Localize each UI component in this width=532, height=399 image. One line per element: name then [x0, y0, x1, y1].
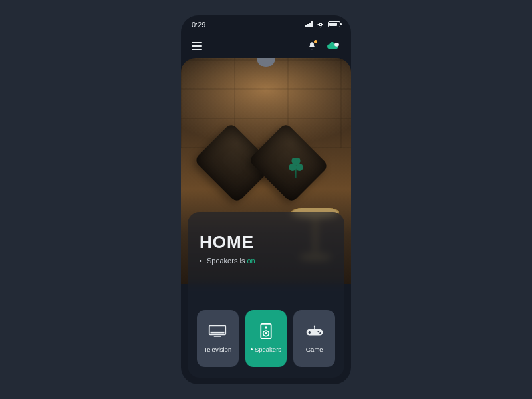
notification-badge	[314, 40, 317, 43]
tile-game[interactable]: Game	[293, 310, 335, 367]
tile-label: Game	[306, 346, 323, 353]
notifications-button[interactable]	[307, 41, 317, 51]
device-tiles: Television Speakers	[197, 310, 335, 367]
camera-notch	[257, 58, 275, 67]
status-time: 0:29	[192, 21, 205, 29]
cellular-icon	[305, 21, 313, 27]
decor-plant	[287, 158, 305, 190]
tile-label: Speakers	[251, 346, 281, 353]
phone-frame: 0:29 HOME	[181, 15, 351, 384]
menu-button[interactable]	[192, 42, 202, 50]
weather-button[interactable]	[326, 41, 340, 51]
tile-label: Television	[203, 346, 231, 353]
device-status-line: • Speakers is on	[200, 257, 332, 265]
status-value: on	[247, 257, 255, 265]
svg-point-13	[314, 325, 315, 327]
status-bar: 0:29	[181, 15, 351, 34]
svg-point-5	[265, 326, 267, 328]
svg-point-11	[317, 331, 319, 333]
battery-icon	[328, 21, 340, 27]
status-prefix: Speakers is	[207, 257, 245, 265]
active-dot-icon	[251, 348, 253, 350]
page-title: HOME	[200, 232, 332, 253]
svg-rect-10	[308, 332, 311, 333]
bullet-icon: •	[200, 257, 202, 265]
app-header	[181, 34, 351, 58]
wifi-icon	[316, 21, 325, 28]
svg-point-12	[319, 332, 321, 334]
svg-point-0	[334, 43, 339, 47]
svg-rect-3	[214, 336, 221, 337]
tile-television[interactable]: Television	[197, 310, 239, 367]
speaker-icon	[257, 323, 275, 339]
tile-speakers[interactable]: Speakers	[245, 310, 287, 367]
svg-rect-2	[211, 332, 225, 334]
tv-icon	[208, 323, 227, 339]
gamepad-icon	[305, 323, 324, 339]
status-indicators	[305, 21, 340, 28]
home-card: HOME • Speakers is on Television	[188, 212, 344, 378]
svg-point-7	[265, 332, 267, 334]
cloud-icon	[326, 41, 340, 51]
